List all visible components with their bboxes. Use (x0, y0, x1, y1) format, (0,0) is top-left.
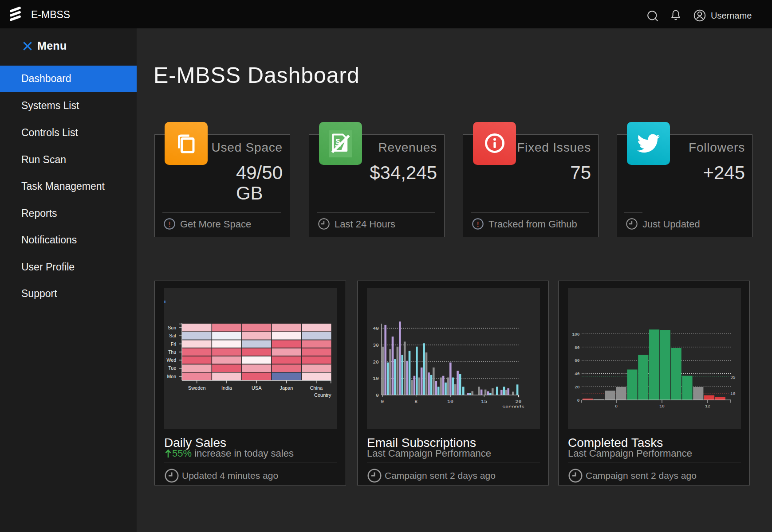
svg-text:35: 35 (730, 375, 736, 380)
svg-text:30: 30 (373, 342, 379, 348)
svg-text:40: 40 (575, 372, 580, 376)
svg-text:!: ! (477, 220, 479, 229)
svg-text:USA: USA (252, 385, 262, 391)
svg-text:20: 20 (373, 359, 379, 365)
svg-text:8: 8 (414, 399, 418, 404)
svg-text:India: India (221, 385, 232, 391)
svg-text:China: China (310, 385, 323, 391)
svg-text:Country: Country (314, 392, 331, 398)
svg-text:8: 8 (615, 404, 618, 409)
svg-text:10: 10 (447, 399, 453, 404)
svg-text:80: 80 (575, 345, 580, 350)
svg-text:Wed: Wed (167, 357, 177, 363)
svg-text:0: 0 (381, 399, 384, 404)
svg-text:100: 100 (572, 332, 579, 337)
svg-text:20: 20 (575, 385, 580, 390)
svg-text:10: 10 (730, 391, 736, 396)
svg-text:40: 40 (373, 325, 379, 331)
svg-text:Sat: Sat (169, 333, 176, 338)
svg-text:15: 15 (481, 399, 487, 404)
svg-text:60: 60 (575, 358, 580, 363)
svg-text:10: 10 (659, 404, 665, 409)
svg-text:Sweden: Sweden (188, 385, 206, 391)
svg-text:!: ! (168, 220, 171, 229)
svg-text:0: 0 (577, 398, 580, 403)
svg-text:Sun: Sun (168, 325, 176, 330)
svg-text:0: 0 (376, 392, 379, 398)
svg-text:12: 12 (705, 404, 710, 409)
svg-text:Thu: Thu (168, 349, 176, 355)
svg-text:Japan: Japan (280, 385, 293, 391)
svg-text:20: 20 (516, 399, 522, 404)
svg-text:10: 10 (373, 376, 379, 381)
svg-text:Fri: Fri (171, 341, 176, 347)
svg-text:Mon: Mon (167, 374, 177, 379)
svg-text:Tue: Tue (168, 365, 176, 371)
